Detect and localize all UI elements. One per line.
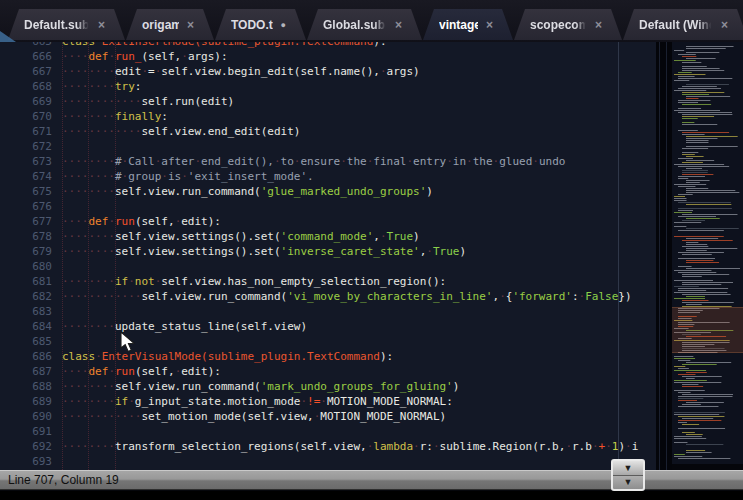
code-line: 682············self.view.run_command('vi… xyxy=(0,289,656,304)
sublime-text-window: Default.sublime × origami.py × TODO.txt … xyxy=(0,0,743,500)
line-number: 674 xyxy=(0,169,52,184)
line-number: 688 xyxy=(0,379,52,394)
line-number: 668 xyxy=(0,79,52,94)
code-line: 684········update_status_line(self.view) xyxy=(0,319,656,334)
tab-global-sublime[interactable]: Global.sublime × xyxy=(307,9,422,40)
code-line: 690············set_motion_mode(self.view… xyxy=(0,409,656,424)
line-number: 675 xyxy=(0,184,52,199)
tab-default-sublime[interactable]: Default.sublime × xyxy=(8,9,125,40)
line-number: 693 xyxy=(0,454,52,469)
close-icon[interactable]: × xyxy=(98,20,105,30)
code-editor[interactable]: 665class·ExitInsertMode(sublime_plugin.T… xyxy=(0,42,656,470)
code-line: 686class·EnterVisualMode(sublime_plugin.… xyxy=(0,349,656,364)
close-icon[interactable]: × xyxy=(595,20,602,30)
line-number: 673 xyxy=(0,154,52,169)
line-number: 681 xyxy=(0,274,52,289)
window-bottom-strip xyxy=(0,491,743,500)
line-number: 669 xyxy=(0,94,52,109)
line-number: 672 xyxy=(0,139,52,154)
tab-label: origami.py xyxy=(142,18,179,32)
caret-position-text: Line 707, Column 19 xyxy=(0,473,119,487)
line-number: 684 xyxy=(0,319,52,334)
code-line: 681········if·not·self.view.has_non_empt… xyxy=(0,274,656,289)
minimap[interactable] xyxy=(672,42,743,464)
code-line: 672 xyxy=(0,139,656,154)
code-line: 677····def·run(self,·edit): xyxy=(0,214,656,229)
tab-label: Default.sublime xyxy=(24,18,90,32)
line-number: 682 xyxy=(0,289,52,304)
tab-bar: Default.sublime × origami.py × TODO.txt … xyxy=(0,0,743,42)
line-number: 691 xyxy=(0,424,52,439)
code-line: 667········edit·=·self.view.begin_edit(s… xyxy=(0,64,656,79)
line-number: 687 xyxy=(0,364,52,379)
code-line: 692········transform_selection_regions(s… xyxy=(0,439,656,454)
close-icon[interactable]: × xyxy=(486,20,493,30)
tab-origami-py[interactable]: origami.py × xyxy=(126,9,214,40)
code-line: 669············self.run(edit) xyxy=(0,94,656,109)
tab-vintage-py[interactable]: vintage.py × xyxy=(423,9,513,40)
line-number: 666 xyxy=(0,49,52,64)
code-line: 679········self.view.settings().set('inv… xyxy=(0,244,656,259)
code-line: 691 xyxy=(0,424,656,439)
code-line: 688········self.view.run_command('mark_u… xyxy=(0,379,656,394)
code-line: 689········if·g_input_state.motion_mode·… xyxy=(0,394,656,409)
line-number: 686 xyxy=(0,349,52,364)
line-number: 677 xyxy=(0,214,52,229)
code-line: 666····def·run_(self,·args): xyxy=(0,49,656,64)
minimap-viewport[interactable] xyxy=(672,307,743,353)
line-number: 685 xyxy=(0,334,52,349)
tab-label: scopecommand xyxy=(530,18,587,32)
tab-bar-corner-accent xyxy=(0,31,16,42)
line-number: 690 xyxy=(0,409,52,424)
tab-default-window[interactable]: Default (Windo × xyxy=(623,9,743,40)
line-number: 680 xyxy=(0,259,52,274)
track-line xyxy=(659,42,660,470)
code-line: 668········try: xyxy=(0,79,656,94)
close-icon[interactable]: × xyxy=(187,20,194,30)
tab-todo-txt[interactable]: TODO.txt ● xyxy=(215,9,306,40)
wrap-guide-ruler xyxy=(618,42,619,470)
line-number: 671 xyxy=(0,124,52,139)
tab-label: Global.sublime xyxy=(323,18,387,32)
scroll-up-button[interactable]: ▼ xyxy=(613,461,643,476)
scroll-down-button[interactable]: ▼ xyxy=(613,476,643,490)
line-number: 679 xyxy=(0,244,52,259)
code-line: 675········self.view.run_command('glue_m… xyxy=(0,184,656,199)
close-icon[interactable]: × xyxy=(721,20,728,30)
line-number: 670 xyxy=(0,109,52,124)
line-number: 676 xyxy=(0,199,52,214)
code-line: 665class·ExitInsertMode(sublime_plugin.T… xyxy=(0,42,656,49)
code-line: 671············self.view.end_edit(edit) xyxy=(0,124,656,139)
dirty-dot-icon[interactable]: ● xyxy=(281,20,286,30)
code-line: 673········#·Call·after·end_edit(),·to·e… xyxy=(0,154,656,169)
tab-label: TODO.txt xyxy=(231,18,273,32)
line-number: 683 xyxy=(0,304,52,319)
line-number: 678 xyxy=(0,229,52,244)
line-number: 692 xyxy=(0,439,52,454)
close-icon[interactable]: × xyxy=(395,20,402,30)
code-line: 693 xyxy=(0,454,656,469)
line-number: 667 xyxy=(0,64,52,79)
scrollbar-track[interactable] xyxy=(656,42,672,470)
code-line: 676 xyxy=(0,199,656,214)
mouse-cursor xyxy=(120,331,135,353)
code-line: 685 xyxy=(0,334,656,349)
line-number: 689 xyxy=(0,394,52,409)
track-line xyxy=(666,42,667,470)
tab-label: vintage.py xyxy=(439,18,478,32)
code-line: 678········self.view.settings().set('com… xyxy=(0,229,656,244)
code-line: 683 xyxy=(0,304,656,319)
tab-scopecommand[interactable]: scopecommand × xyxy=(514,9,622,40)
line-number: 665 xyxy=(0,42,52,49)
code-line: 680 xyxy=(0,259,656,274)
scrollbar-steppers[interactable]: ▼ ▼ xyxy=(611,459,645,491)
code-line: 687····def·run(self,·edit): xyxy=(0,364,656,379)
code-line: 674········#·group·is·'exit_insert_mode'… xyxy=(0,169,656,184)
tab-label: Default (Windo xyxy=(639,18,713,32)
code-line: 670········finally: xyxy=(0,109,656,124)
